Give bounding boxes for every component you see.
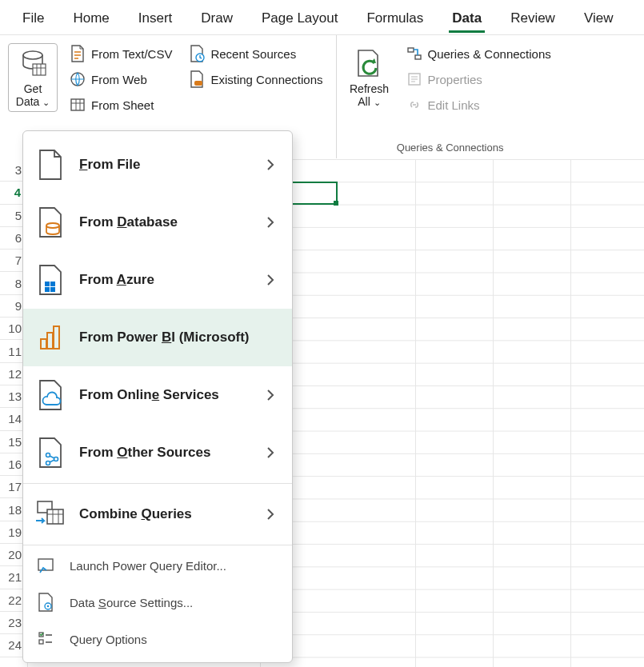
menu-from-azure[interactable]: From Azure (23, 251, 292, 309)
svg-point-37 (47, 605, 50, 608)
file-branch-icon (34, 437, 66, 469)
menu-from-powerbi[interactable]: From Power BI (Microsoft) (23, 309, 292, 366)
edit-links-label: Edit Links (428, 98, 480, 112)
menu-separator (23, 545, 292, 545)
svg-rect-13 (415, 55, 421, 59)
svg-rect-6 (71, 99, 84, 110)
from-textcsv-label: From Text/CSV (91, 47, 172, 61)
properties-label: Properties (428, 73, 482, 86)
from-textcsv-button[interactable]: From Text/CSV (66, 43, 175, 64)
from-sheet-label: From Sheet (91, 98, 154, 112)
editor-icon (34, 554, 57, 577)
menu-from-file[interactable]: From File (23, 136, 292, 194)
group-label-queries-connections: Queries & Connections (342, 140, 559, 157)
table-icon (69, 96, 86, 114)
tab-view[interactable]: View (570, 2, 628, 33)
menu-from-file-label: From File (79, 157, 254, 173)
menu-launch-pqe[interactable]: Launch Power Query Editor... (23, 547, 292, 584)
get-data-menu: From File From Database From Azure From … (22, 130, 293, 663)
refresh-line2: All (358, 95, 370, 108)
database-arrow-icon (17, 47, 49, 79)
svg-rect-20 (45, 282, 50, 286)
menu-data-source-settings[interactable]: Data Source Settings... (23, 584, 292, 621)
tab-page-layout[interactable]: Page Layout (247, 2, 352, 33)
menu-separator (23, 483, 292, 484)
refresh-line1: Refresh (350, 82, 389, 95)
svg-rect-1 (33, 64, 46, 75)
from-sheet-button[interactable]: From Sheet (66, 94, 175, 115)
tab-file[interactable]: File (8, 2, 58, 33)
svg-rect-25 (47, 333, 53, 349)
connections-icon (406, 45, 423, 62)
menu-from-database-label: From Database (79, 214, 254, 230)
properties-icon (406, 70, 423, 88)
svg-point-19 (46, 223, 59, 228)
globe-icon (69, 70, 86, 88)
menu-from-online-label: From Online Services (79, 387, 254, 403)
menu-query-options[interactable]: Query Options (23, 621, 292, 657)
menu-launch-pqe-label: Launch Power Query Editor... (70, 559, 279, 573)
tab-draw[interactable]: Draw (186, 2, 247, 33)
svg-rect-31 (47, 509, 63, 524)
svg-rect-39 (39, 640, 43, 644)
powerbi-icon (34, 322, 66, 353)
from-web-button[interactable]: From Web (66, 69, 175, 90)
file-link-icon (188, 70, 206, 88)
svg-point-0 (23, 51, 42, 59)
menu-query-options-label: Query Options (70, 633, 279, 646)
recent-sources-label: Recent Sources (210, 47, 296, 61)
queries-connections-button[interactable]: Queries & Connections (402, 43, 554, 64)
file-database-icon (34, 206, 66, 238)
menu-from-online-services[interactable]: From Online Services (23, 366, 292, 424)
properties-button: Properties (402, 69, 554, 90)
svg-rect-26 (54, 326, 59, 349)
svg-rect-35 (38, 559, 53, 570)
chevron-right-icon (266, 216, 279, 229)
get-data-line2: Data (16, 95, 40, 108)
file-gear-icon (34, 591, 57, 613)
svg-rect-21 (50, 282, 55, 286)
file-cloud-icon (34, 379, 66, 411)
combine-icon (34, 498, 66, 530)
file-azure-icon (34, 264, 66, 296)
menu-from-other-sources[interactable]: From Other Sources (23, 424, 292, 481)
refresh-icon (354, 47, 386, 79)
tab-formulas[interactable]: Formulas (352, 2, 438, 33)
tab-data[interactable]: Data (438, 2, 496, 33)
svg-rect-11 (194, 81, 202, 86)
chevron-down-icon: ⌄ (42, 98, 50, 107)
svg-rect-24 (41, 339, 46, 349)
menu-combine-queries[interactable]: Combine Queries (23, 485, 292, 543)
file-clock-icon (188, 45, 206, 62)
get-data-button[interactable]: Get Data ⌄ (8, 43, 58, 112)
refresh-all-button[interactable]: Refresh All ⌄ (345, 43, 394, 112)
get-data-line1: Get (24, 82, 42, 95)
file-text-icon (69, 45, 86, 62)
chevron-right-icon (266, 274, 279, 286)
file-icon (34, 149, 66, 181)
menu-from-azure-label: From Azure (79, 272, 254, 288)
svg-rect-23 (50, 287, 55, 292)
existing-connections-button[interactable]: Existing Connections (185, 69, 326, 90)
from-web-label: From Web (91, 73, 147, 86)
tab-review[interactable]: Review (496, 2, 570, 33)
link-icon (406, 96, 423, 114)
menu-ds-settings-label: Data Source Settings... (70, 596, 279, 609)
chevron-right-icon (266, 508, 279, 521)
edit-links-button: Edit Links (402, 94, 554, 115)
menu-from-powerbi-label: From Power BI (Microsoft) (79, 330, 279, 345)
menu-from-database[interactable]: From Database (23, 194, 292, 251)
chevron-right-icon (266, 158, 279, 171)
chevron-right-icon (266, 389, 279, 401)
svg-rect-12 (408, 48, 414, 52)
chevron-down-icon: ⌄ (374, 98, 381, 107)
queries-connections-label: Queries & Connections (428, 47, 551, 61)
chevron-right-icon (266, 446, 279, 459)
ribbon-tabs: File Home Insert Draw Page Layout Formul… (0, 0, 644, 35)
svg-rect-22 (45, 287, 50, 292)
menu-combine-label: Combine Queries (79, 506, 254, 522)
checklist-icon (34, 628, 57, 650)
recent-sources-button[interactable]: Recent Sources (185, 43, 326, 64)
tab-home[interactable]: Home (58, 2, 123, 33)
tab-insert[interactable]: Insert (124, 2, 187, 33)
